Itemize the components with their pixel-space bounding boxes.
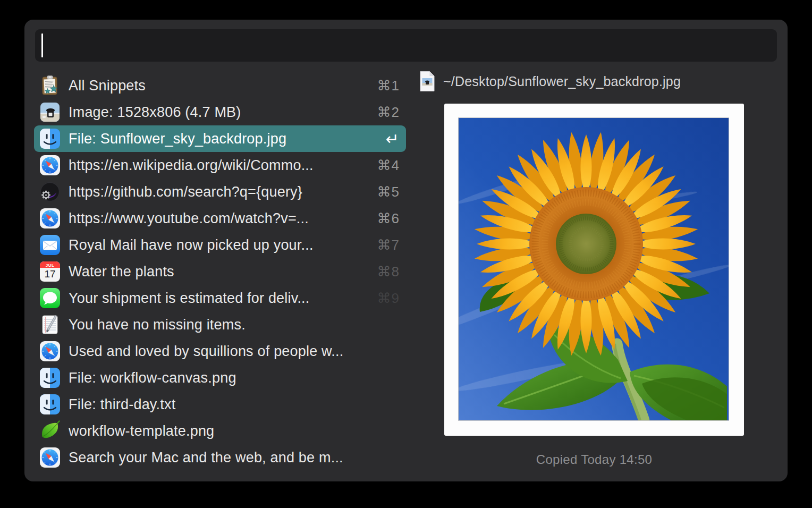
leaf-icon <box>39 420 61 442</box>
list-item-label: Your shipment is estimated for deliv... <box>69 290 369 307</box>
shortcut-badge: ⌘9 <box>377 290 400 307</box>
list-item[interactable]: workflow-template.png <box>34 418 406 444</box>
sunflower-photo <box>459 118 729 420</box>
file-document-icon <box>418 71 436 92</box>
list-item[interactable]: All Snippets ⌘1 <box>34 72 406 99</box>
list-item-label: Search your Mac and the web, and be m... <box>69 450 392 466</box>
list-item-label: https://www.youtube.com/watch?v=... <box>69 210 369 227</box>
list-item[interactable]: Used and loved by squillions of people w… <box>34 338 406 365</box>
list-item-label: All Snippets <box>69 78 369 94</box>
safari-icon <box>39 447 61 468</box>
list-item[interactable]: https://github.com/search?q={query} ⌘5 <box>34 179 406 205</box>
list-item-label: You have no missing items. <box>69 317 392 333</box>
list-item[interactable]: Image: 1528x806 (4.7 MB) ⌘2 <box>34 99 406 125</box>
list-item-label: File: third-day.txt <box>69 396 392 413</box>
mail-icon <box>39 234 61 256</box>
search-bar[interactable] <box>35 29 777 62</box>
textedit-icon <box>39 314 61 335</box>
messages-icon <box>39 287 61 309</box>
image-thumbnail-icon <box>39 101 61 123</box>
list-item[interactable]: Your shipment is estimated for deliv... … <box>34 285 406 311</box>
finder-icon <box>39 367 61 388</box>
list-item-label: File: workflow-canvas.png <box>69 370 392 386</box>
list-item-label: File: Sunflower_sky_backdrop.jpg <box>69 131 378 147</box>
safari-icon <box>39 208 61 229</box>
preview-header: ~/Desktop/Sunflower_sky_backdrop.jpg <box>418 71 681 92</box>
list-item[interactable]: File: workflow-canvas.png <box>34 365 406 391</box>
finder-icon <box>39 128 61 149</box>
list-item[interactable]: Royal Mail have now picked up your... ⌘7 <box>34 232 406 258</box>
clipboard-history-list: All Snippets ⌘1 Image: 1528x806 (4.7 MB)… <box>34 72 406 471</box>
list-item[interactable]: You have no missing items. <box>34 311 406 338</box>
shortcut-badge: ⌘8 <box>377 264 400 280</box>
list-item-label: Image: 1528x806 (4.7 MB) <box>69 104 369 121</box>
list-item-label: workflow-template.png <box>69 423 392 439</box>
text-cursor <box>41 33 43 57</box>
svg-text:JUL: JUL <box>46 263 55 268</box>
svg-text:17: 17 <box>44 268 55 280</box>
list-item-label: Royal Mail have now picked up your... <box>69 237 369 253</box>
return-key-icon: ↵ <box>386 130 400 148</box>
list-item[interactable]: https://www.youtube.com/watch?v=... ⌘6 <box>34 205 406 232</box>
finder-icon <box>39 394 61 415</box>
list-item-label: Water the plants <box>69 264 369 280</box>
calendar-icon: JUL 17 <box>39 261 61 282</box>
list-item-label: https://github.com/search?q={query} <box>69 184 369 200</box>
shortcut-badge: ⌘5 <box>377 184 400 200</box>
preview-file-path: ~/Desktop/Sunflower_sky_backdrop.jpg <box>443 74 681 89</box>
list-item[interactable]: Search your Mac and the web, and be m... <box>34 444 406 471</box>
shortcut-badge: ⌘1 <box>377 78 400 94</box>
safari-icon <box>39 341 61 362</box>
list-item[interactable]: JUL 17 Water the plants ⌘8 <box>34 258 406 285</box>
list-item-label: Used and loved by squillions of people w… <box>69 343 392 360</box>
snippets-icon <box>39 75 61 96</box>
list-item[interactable]: https://en.wikipedia.org/wiki/Commo... ⌘… <box>34 152 406 179</box>
preview-photo <box>459 118 729 420</box>
shortcut-badge: ⌘7 <box>377 237 400 253</box>
shortcut-badge: ⌘4 <box>377 157 400 174</box>
clipboard-manager-window: All Snippets ⌘1 Image: 1528x806 (4.7 MB)… <box>24 20 788 481</box>
list-item-label: https://en.wikipedia.org/wiki/Commo... <box>69 157 369 174</box>
shortcut-badge: ⌘6 <box>377 210 400 227</box>
copied-timestamp: Copied Today 14:50 <box>444 452 744 467</box>
shortcut-badge: ⌘2 <box>377 104 400 121</box>
preview-image-frame <box>444 104 744 436</box>
search-input[interactable] <box>35 29 777 62</box>
list-item[interactable]: File: third-day.txt <box>34 391 406 418</box>
safari-icon <box>39 155 61 176</box>
list-item-selected[interactable]: File: Sunflower_sky_backdrop.jpg ↵ <box>34 125 406 152</box>
workflow-icon <box>39 181 61 202</box>
